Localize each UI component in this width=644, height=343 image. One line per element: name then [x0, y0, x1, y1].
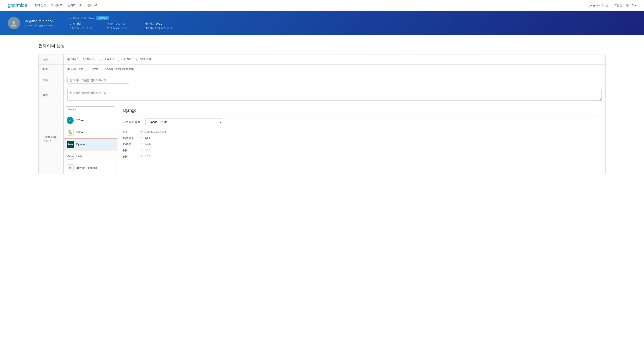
source-radio[interactable]	[83, 58, 86, 60]
spec-value: Ubuntu 14.04 LTS	[145, 130, 166, 133]
template-item[interactable]: ⚛Jupyter Notebook	[64, 162, 117, 174]
deploy-radio[interactable]	[87, 68, 89, 70]
form-table: 소스 템플릿 Github Bitbucket Git / SVN 압축파일 배…	[38, 54, 606, 174]
user-name: ✉ gang min choi	[25, 19, 53, 23]
template-label: Jupyter Notebook	[76, 166, 97, 169]
spec-key: pip3	[123, 148, 138, 152]
spec-value: 3.6.5	[145, 136, 151, 139]
upgrade-button[interactable]: upgrade	[96, 16, 109, 20]
deploy-row: 배포 사용 안함 Heroku AWS Elastic Beanstalk	[38, 64, 606, 74]
spec-value: 9.0.1	[145, 155, 151, 158]
nav-user-name: gang min choi님	[589, 4, 608, 7]
desc-input[interactable]	[68, 89, 602, 101]
spec-item: Python2.7.6	[123, 141, 600, 147]
nav-user[interactable]: gang min choi님 ▾	[589, 4, 610, 7]
svg-point-1	[11, 24, 16, 26]
django-icon: django	[67, 141, 74, 148]
source-radio-item[interactable]: Bitbucket	[99, 58, 114, 61]
source-radio[interactable]	[118, 58, 120, 60]
project-type-label: 프로젝트 유형	[123, 120, 142, 124]
desc-content	[64, 86, 606, 104]
source-radio-item[interactable]: Git / SVN	[118, 58, 132, 61]
top-navigation: goormide 가격 정책대시보드릴리즈 노트친구 초대 gang min c…	[0, 0, 644, 11]
stat-key: CPU	[70, 22, 75, 25]
nav-right: gang min choi님 ▾ 도움말 한국어 ▾	[589, 4, 636, 7]
deploy-radio-item[interactable]: Heroku	[87, 67, 99, 70]
spec-key: pip	[123, 155, 138, 158]
nav-help[interactable]: 도움말	[614, 4, 622, 7]
template-label: Flask	[76, 155, 82, 158]
plan-section: 이용중인 플랜 Free upgrade CPU낮음메모리1024MB저장공간1…	[70, 16, 172, 30]
template-item[interactable]: 🐍Python	[64, 126, 117, 138]
template-label: Django	[76, 143, 85, 146]
template-item[interactable]: CC/C++	[64, 115, 117, 126]
source-radio-item[interactable]: 압축파일	[136, 57, 151, 61]
spec-item: pip9.0.1	[123, 153, 600, 159]
stat-value: 1024MB	[116, 22, 125, 25]
source-label: 소스	[38, 55, 64, 64]
stat-item: 컨테이너 생성3 / 5	[70, 26, 98, 30]
check-icon	[140, 142, 143, 145]
source-radio[interactable]	[68, 58, 70, 60]
flask-icon: Flask	[67, 153, 74, 160]
deploy-radio[interactable]	[68, 68, 70, 70]
stat-key: 컨테이너 생성	[70, 26, 86, 30]
stat-value: 낮음	[76, 22, 82, 25]
jupyter-icon: ⚛	[67, 164, 74, 171]
avatar	[8, 17, 20, 29]
logo[interactable]: goormide	[8, 2, 27, 8]
stat-item: 컨테이너 동시 실행0 / 1	[144, 26, 172, 30]
source-radio[interactable]	[99, 58, 102, 60]
deploy-content: 사용 안함 Heroku AWS Elastic Beanstalk	[64, 64, 606, 74]
spec-key: Python	[123, 142, 138, 145]
check-icon	[140, 148, 143, 152]
template-label: Python	[76, 131, 84, 134]
spec-key: Python3	[123, 136, 138, 139]
name-input[interactable]	[68, 77, 129, 83]
stack-label: 소프트웨어 스택 선택	[38, 104, 64, 174]
stat-key: 컨테이너 동시 실행	[144, 26, 166, 30]
desc-label: 설명	[38, 86, 64, 104]
logo-text1: goorm	[8, 2, 21, 8]
deploy-label: 배포	[38, 64, 64, 74]
stat-item: 메모리1024MB	[107, 22, 135, 25]
nav-link[interactable]: 릴리즈 노트	[68, 4, 82, 7]
page-title: 컨테이너 생성	[38, 43, 606, 49]
cpp-icon: C	[67, 117, 74, 124]
template-item[interactable]: FlaskFlask	[64, 150, 117, 162]
deploy-radio[interactable]	[103, 68, 106, 70]
nav-link[interactable]: 친구 초대	[87, 4, 99, 7]
nav-link[interactable]: 대시보드	[52, 4, 62, 7]
search-input[interactable]	[66, 106, 115, 112]
plan-header-label: 이용중인 플랜	[70, 16, 87, 20]
project-type-select[interactable]: Django 프로젝트	[146, 118, 222, 125]
stat-key: 항상 켜두기	[107, 26, 120, 30]
stat-key: 메모리	[107, 22, 114, 25]
nav-link[interactable]: 가격 정책	[34, 4, 46, 7]
deploy-radio-item[interactable]: AWS Elastic Beanstalk	[103, 67, 134, 70]
chevron-down-icon: ▾	[610, 4, 610, 6]
source-radio-group: 템플릿 Github Bitbucket Git / SVN 압축파일	[68, 57, 602, 61]
name-content	[64, 74, 606, 86]
source-radio[interactable]	[136, 58, 139, 60]
template-item[interactable]: djangoDjango	[64, 138, 117, 150]
python-icon: 🐍	[67, 129, 74, 136]
main-content: 컨테이너 생성 소스 템플릿 Github Bitbucket Git / SV…	[0, 35, 644, 189]
deploy-radio-group: 사용 안함 Heroku AWS Elastic Beanstalk	[68, 67, 602, 71]
spec-value: 9.0.1	[145, 148, 151, 152]
stack-content: CC/C++🐍PythondjangoDjangoFlaskFlask⚛Jupy…	[64, 104, 606, 174]
source-radio-item[interactable]: 템플릿	[68, 57, 79, 61]
deploy-radio-item[interactable]: 사용 안함	[68, 67, 83, 71]
source-radio-item[interactable]: Github	[83, 58, 95, 61]
template-label: C/C++	[76, 119, 84, 122]
template-panel: CC/C++🐍PythondjangoDjangoFlaskFlask⚛Jupy…	[64, 104, 118, 174]
name-row: 이름	[38, 74, 606, 86]
plan-badge: Free	[88, 16, 94, 20]
spec-value: 2.7.6	[145, 142, 151, 145]
template-list: CC/C++🐍PythondjangoDjangoFlaskFlask⚛Jupy…	[64, 115, 117, 174]
nav-lang[interactable]: 한국어 ▾	[626, 4, 636, 7]
spec-item: Python33.6.5	[123, 135, 600, 141]
logo-text2: ide	[21, 2, 27, 8]
source-content: 템플릿 Github Bitbucket Git / SVN 압축파일	[64, 55, 606, 64]
stack-row: 소프트웨어 스택 선택 CC/C++🐍PythondjangoDjangoFla…	[38, 104, 606, 174]
